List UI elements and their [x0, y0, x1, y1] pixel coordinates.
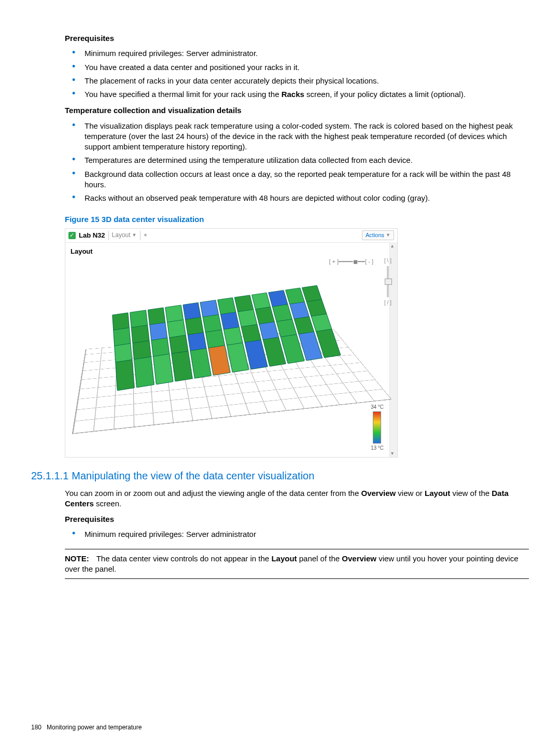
details-list: The visualization displays peak rack tem… [65, 119, 529, 205]
tilt-slider[interactable] [387, 266, 389, 297]
prerequisites-heading: Prerequisites [65, 33, 529, 44]
page-number: 180 [31, 724, 41, 731]
list-item: You have specified a thermal limit for y… [65, 88, 529, 101]
list-item: Minimum required privileges: Server admi… [65, 528, 529, 541]
note-body: The data center view controls do not app… [65, 554, 519, 573]
view-selector-label: Layout [112, 231, 131, 239]
list-item: You have created a data center and posit… [65, 61, 529, 74]
figure-15: Lab N32 Layout ▼ ⌖ Actions ▼ Layout [65, 228, 398, 458]
prerequisites-heading-2: Prerequisites [65, 514, 529, 524]
section-heading: 25.1.1.1Manipulating the view of the dat… [31, 469, 529, 483]
section-title: Manipulating the view of the data center… [72, 470, 314, 481]
panel-title: Layout [65, 243, 397, 256]
chevron-down-icon: ▼ [386, 232, 390, 238]
toolbar-divider [108, 231, 109, 240]
page-footer: 180Monitoring power and temperature [31, 723, 142, 731]
list-item: The visualization displays peak rack tem… [65, 119, 529, 154]
legend-min: 13 °C [371, 445, 384, 452]
list-item: Temperatures are determined using the te… [65, 154, 529, 167]
chevron-down-icon: ▼ [132, 232, 137, 238]
chapter-title: Monitoring power and temperature [47, 724, 142, 731]
legend-max: 34 °C [371, 404, 384, 411]
list-item: The placement of racks in your data cent… [65, 74, 529, 88]
figure-caption: Figure 15 3D data center visualization [65, 214, 529, 225]
3d-visualization[interactable] [68, 261, 382, 454]
map-pin-icon[interactable]: ⌖ [144, 231, 147, 239]
status-ok-icon [68, 232, 76, 239]
legend-gradient [373, 411, 381, 444]
list-item: Minimum required privileges: Server admi… [65, 47, 529, 60]
section-number: 25.1.1.1 [31, 470, 68, 481]
lab-name: Lab N32 [79, 231, 105, 240]
tilt-down-label[interactable]: [ / ] [382, 299, 394, 307]
note-block: NOTE:The data center view controls do no… [65, 549, 529, 579]
toolbar-divider [140, 231, 141, 240]
list-item: Racks without an observed peak temperatu… [65, 191, 529, 205]
note-label: NOTE: [65, 554, 89, 563]
prerequisites-list-2: Minimum required privileges: Server admi… [65, 528, 529, 541]
prerequisites-list: Minimum required privileges: Server admi… [65, 47, 529, 101]
section-intro: You can zoom in or zoom out and adjust t… [65, 488, 529, 509]
temperature-legend: 34 °C 13 °C [371, 404, 384, 452]
slider-knob[interactable] [385, 279, 392, 285]
view-selector[interactable]: Layout ▼ [112, 231, 137, 239]
tilt-up-label[interactable]: [ \ ] [382, 257, 394, 265]
details-heading: Temperature collection and visualization… [65, 105, 529, 116]
list-item: Background data collection occurs at lea… [65, 168, 529, 192]
figure-toolbar: Lab N32 Layout ▼ ⌖ Actions ▼ [65, 229, 397, 243]
actions-label: Actions [366, 231, 384, 239]
actions-button[interactable]: Actions ▼ [362, 230, 394, 240]
